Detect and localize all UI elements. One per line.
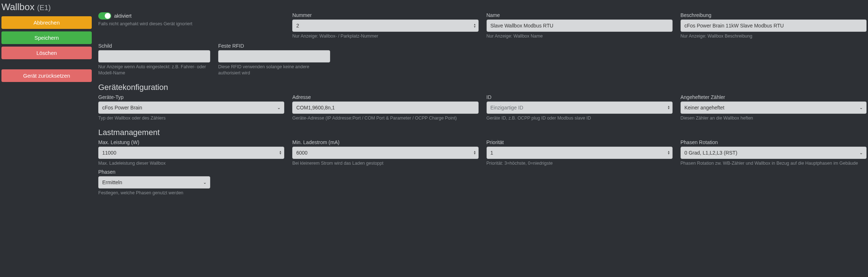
rfid-input[interactable] — [218, 50, 330, 62]
number-label: Nummer — [292, 12, 478, 18]
phases-hint: Festlegen, welche Phasen genutzt werden — [98, 190, 210, 196]
cancel-button[interactable]: Abbrechen — [1, 16, 92, 29]
desc-input[interactable] — [681, 20, 867, 32]
devtype-hint: Typ der Wallbox oder des Zählers — [98, 115, 284, 121]
sign-hint: Nur Anzeige wenn Auto eingesteckt: z.B. … — [98, 64, 210, 76]
name-input[interactable] — [487, 20, 673, 32]
rfid-label: Feste RFID — [218, 43, 330, 49]
rotation-label: Phasen Rotation — [681, 139, 867, 145]
rotation-select[interactable]: 0 Grad, L1,L2,L3 (RST) — [681, 147, 867, 159]
activated-hint: Falls nicht angehakt wird dieses Gerät i… — [98, 21, 284, 27]
id-label: ID — [487, 94, 673, 100]
priority-input[interactable] — [487, 147, 673, 159]
phases-label: Phasen — [98, 169, 210, 175]
sign-input[interactable] — [98, 50, 210, 62]
devtype-select[interactable]: cFos Power Brain — [98, 101, 284, 114]
address-label: Adresse — [292, 94, 478, 100]
id-hint: Geräte ID, z.B. OCPP plug ID oder Modbus… — [487, 115, 673, 121]
mincurrent-input[interactable] — [292, 147, 478, 159]
sign-label: Schild — [98, 43, 210, 49]
maxpower-label: Max. Leistung (W) — [98, 139, 284, 145]
priority-label: Priorität — [487, 139, 673, 145]
mincurrent-label: Min. Ladestrom (mA) — [292, 139, 478, 145]
address-hint: Geräte-Adresse (IP Addresse:Port / COM P… — [292, 115, 478, 121]
activated-toggle[interactable] — [98, 12, 111, 20]
name-label: Name — [487, 12, 673, 18]
maxpower-hint: Max. Ladeleistung dieser Wallbox — [98, 160, 284, 166]
phases-select[interactable]: Ermitteln — [98, 176, 210, 189]
desc-hint: Nur Anzeige: Wallbox Beschreibung — [681, 33, 867, 39]
desc-label: Beschreibung — [681, 12, 867, 18]
section-load: Lastmanagement — [98, 128, 867, 137]
rotation-hint: Phasen Rotation zw. WB-Zähler und Wallbo… — [681, 160, 867, 166]
devtype-label: Geräte-Typ — [98, 94, 284, 100]
name-hint: Nur Anzeige: Wallbox Name — [487, 33, 673, 39]
reset-device-button[interactable]: Gerät zurücksetzen — [1, 69, 92, 82]
page-title: Wallbox (E1) — [1, 1, 92, 13]
meter-select[interactable]: Keiner angeheftet — [681, 101, 867, 114]
priority-hint: Priorität: 3=höchste, 0=niedrigste — [487, 160, 673, 166]
address-input[interactable] — [292, 101, 478, 114]
mincurrent-hint: Bei kleinerem Strom wird das Laden gesto… — [292, 160, 478, 166]
section-config: Gerätekonfiguration — [98, 83, 867, 92]
meter-hint: Diesen Zähler an die Wallbox heften — [681, 115, 867, 121]
delete-button[interactable]: Löschen — [1, 47, 92, 59]
save-button[interactable]: Speichern — [1, 31, 92, 44]
title-sub: (E1) — [37, 4, 51, 12]
meter-label: Angehefteter Zähler — [681, 94, 867, 100]
number-input[interactable] — [292, 20, 478, 32]
maxpower-input[interactable] — [98, 147, 284, 159]
rfid-hint: Diese RFID verwenden solange keine ander… — [218, 64, 330, 76]
number-hint: Nur Anzeige: Wallbox- / Parkplatz-Nummer — [292, 33, 478, 39]
title-main: Wallbox — [1, 1, 35, 12]
activated-label: aktiviert — [114, 13, 131, 19]
id-input[interactable] — [487, 101, 673, 114]
